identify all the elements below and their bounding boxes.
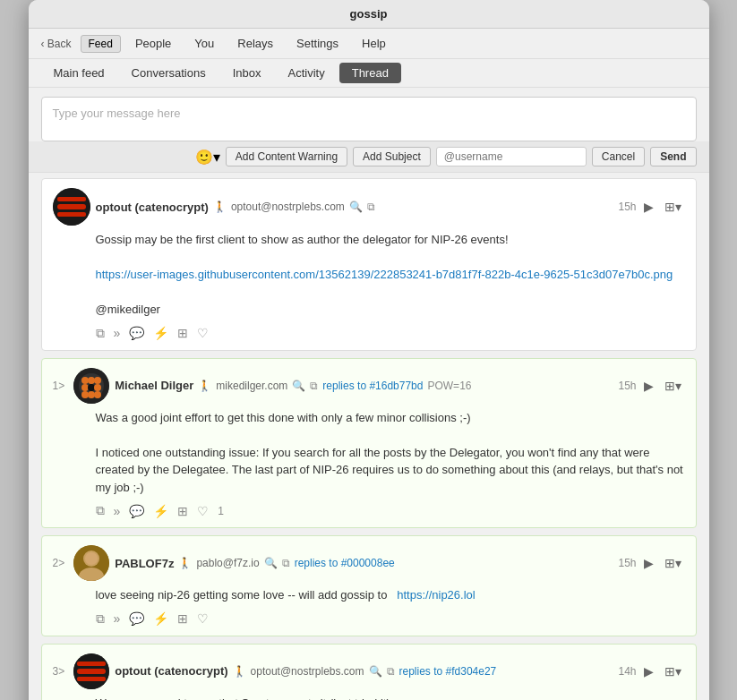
svg-rect-22 [77,677,106,681]
play-icon[interactable]: ▶ [640,554,657,572]
post-actions: 15h ▶ ⊞▾ [618,554,684,572]
username-field[interactable] [436,147,587,166]
heart-icon[interactable]: ♡ [197,504,209,518]
repost-icon[interactable]: ⧉ [96,326,105,341]
post-meta: Michael Dilger 🚶 mikedilger.com 🔍 ⧉ repl… [115,379,613,392]
nav-relays[interactable]: Relays [228,34,282,53]
content-warning-button[interactable]: Add Content Warning [226,147,347,166]
svg-rect-21 [77,662,106,666]
menu-icon[interactable]: ⊞▾ [661,662,685,680]
bookmark-icon[interactable]: ⊞ [177,326,188,340]
post-meta: PABLOF7z 🚶 pablo@f7z.io 🔍 ⧉ replies to #… [115,557,613,570]
subnav-inbox[interactable]: Inbox [220,63,274,83]
copy-icon[interactable]: ⧉ [282,557,290,569]
post-link[interactable]: https://user-images.githubusercontent.co… [96,268,673,281]
reply-icon[interactable]: » [114,611,121,626]
thread-number: 3> [53,665,65,678]
post-header: 3> optout (catenocrypt) 🚶 optout@nostrpl… [53,653,685,689]
menu-icon[interactable]: ⊞▾ [661,554,685,572]
reply-icon[interactable]: » [114,326,121,340]
svg-rect-20 [77,669,106,674]
post-footer: ⧉ » 💬 ⚡ ⊞ ♡ [53,611,685,627]
nav-people[interactable]: People [126,34,180,53]
sub-nav: Main feed Conversations Inbox Activity T… [29,59,709,88]
react-icon[interactable]: ⚡ [153,504,168,518]
search-icon[interactable]: 🔍 [349,201,363,213]
post-actions: 14h ▶ ⊞▾ [618,662,684,680]
title-bar: gossip [29,0,709,29]
post-header: 1> [53,368,685,404]
replies-badge: replies to #16db77bd [322,380,423,392]
send-button[interactable]: Send [650,147,696,166]
post-handle: optout@nostrplebs.com [231,201,345,213]
bookmark-icon[interactable]: ⊞ [177,504,188,518]
post-time: 14h [618,665,636,678]
repost-icon[interactable]: ⧉ [96,611,105,627]
nav-help[interactable]: Help [353,34,395,53]
emoji-button[interactable]: 🙂▾ [195,149,220,166]
cancel-button[interactable]: Cancel [592,147,645,166]
copy-icon[interactable]: ⧉ [367,201,375,213]
pow-badge: POW=16 [427,380,471,392]
avatar [73,653,109,689]
avatar [53,188,90,226]
react-icon[interactable]: ⚡ [153,326,168,340]
heart-icon[interactable]: ♡ [197,611,209,626]
replies-badge: replies to #000008ee [295,557,395,569]
post-handle: optout@nostrplebs.com [251,665,364,678]
play-icon[interactable]: ▶ [640,662,657,680]
play-icon[interactable]: ▶ [640,198,657,216]
post-footer: ⧉ » 💬 ⚡ ⊞ ♡ [53,326,685,341]
post-handle: mikedilger.com [216,380,287,392]
top-nav: ‹ Back Feed People You Relays Settings H… [29,29,709,59]
reply-icon[interactable]: » [114,504,121,518]
subnav-main-feed[interactable]: Main feed [41,63,117,83]
subnav-thread[interactable]: Thread [339,63,401,83]
post-content: Wow, super cool to see that Snort suppor… [53,695,685,701]
person-icon: 🚶 [233,665,246,678]
nav-feed[interactable]: Feed [81,35,121,53]
react-icon[interactable]: ⚡ [153,611,168,626]
table-row: optout (catenocrypt) 🚶 optout@nostrplebs… [41,178,697,351]
post-meta: optout (catenocrypt) 🚶 optout@nostrplebs… [115,664,613,678]
svg-point-7 [88,377,95,384]
nav-you[interactable]: You [185,34,223,53]
bookmark-icon[interactable]: ⊞ [177,611,188,626]
subnav-conversations[interactable]: Conversations [119,63,219,83]
heart-icon[interactable]: ♡ [197,326,209,340]
subnav-activity[interactable]: Activity [276,63,338,83]
svg-rect-1 [57,204,86,209]
search-icon[interactable]: 🔍 [292,380,305,392]
post-time: 15h [618,557,636,569]
compose-area[interactable]: Type your message here [41,97,697,141]
post-username: optout (catenocrypt) [115,664,227,678]
post-header: optout (catenocrypt) 🚶 optout@nostrplebs… [53,188,685,226]
thread-number: 1> [53,380,65,392]
add-subject-button[interactable]: Add Subject [353,147,431,166]
comment-icon[interactable]: 💬 [129,504,144,518]
search-icon[interactable]: 🔍 [369,665,382,678]
back-button[interactable]: ‹ Back [41,38,72,50]
menu-icon[interactable]: ⊞▾ [661,198,685,216]
post-time: 15h [618,201,636,213]
copy-icon[interactable]: ⧉ [387,665,395,678]
svg-point-14 [94,391,101,398]
table-row: 3> optout (catenocrypt) 🚶 optout@nostrpl… [41,644,697,701]
svg-rect-2 [57,197,86,201]
repost-icon[interactable]: ⧉ [96,503,105,518]
search-icon[interactable]: 🔍 [264,557,278,569]
play-icon[interactable]: ▶ [640,377,657,395]
person-icon: 🚶 [213,201,227,213]
comment-icon[interactable]: 💬 [129,611,144,626]
feed: optout (catenocrypt) 🚶 optout@nostrplebs… [29,173,709,700]
nav-settings[interactable]: Settings [287,34,347,53]
post-meta: optout (catenocrypt) 🚶 optout@nostrplebs… [96,201,613,214]
replies-badge: replies to #fd304e27 [399,665,497,678]
post-footer: ⧉ » 💬 ⚡ ⊞ ♡ 1 [53,503,685,518]
comment-icon[interactable]: 💬 [129,326,144,340]
post-link[interactable]: https://nip26.lol [397,588,475,602]
copy-icon[interactable]: ⧉ [310,380,318,392]
svg-point-13 [88,391,95,398]
menu-icon[interactable]: ⊞▾ [661,377,685,395]
svg-point-8 [94,377,101,384]
